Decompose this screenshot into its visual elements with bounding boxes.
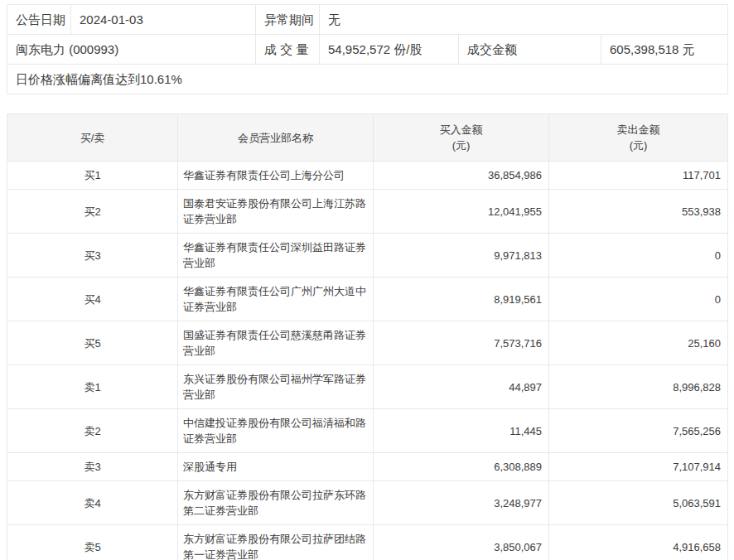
buy-amount-cell: 12,041,955 [374, 190, 549, 234]
side-cell: 卖3 [7, 453, 178, 481]
sell-amount-cell: 25,160 [549, 321, 728, 365]
header-buy-amount: 买入金额 (元) [374, 114, 549, 162]
summary-row-3: 日价格涨幅偏离值达到10.61% [7, 65, 728, 94]
broker-name-cell: 华鑫证券有限责任公司上海分公司 [178, 162, 374, 190]
broker-name-cell: 华鑫证券有限责任公司广州广州大道中证券营业部 [178, 278, 374, 321]
table-row: 买1 华鑫证券有限责任公司上海分公司 36,854,986 117,701 [7, 162, 728, 190]
table-row: 买5 国盛证券有限责任公司慈溪慈甬路证券营业部 7,573,716 25,160 [7, 321, 728, 365]
buy-amount-cell: 3,850,067 [374, 525, 549, 560]
buy-amount-cell: 8,919,561 [374, 278, 549, 321]
broker-name-cell: 深股通专用 [178, 453, 374, 481]
side-cell: 买2 [7, 190, 178, 234]
side-cell: 卖5 [7, 525, 178, 560]
header-side: 买/卖 [7, 114, 178, 162]
summary-row-1: 公告日期 2024-01-03 异常期间 无 [7, 5, 728, 35]
buy-amount-cell: 7,573,716 [374, 321, 549, 365]
summary-table: 公告日期 2024-01-03 异常期间 无 闽东电力 (000993) 成 交… [7, 4, 728, 94]
broker-name-cell: 东兴证券股份有限公司福州学军路证券营业部 [178, 365, 374, 409]
sell-amount-cell: 0 [549, 234, 728, 278]
deviation-note: 日价格涨幅偏离值达到10.61% [7, 65, 728, 94]
announce-date-value: 2024-01-03 [71, 5, 256, 35]
buy-amount-cell: 9,971,813 [374, 234, 549, 278]
sell-amount-cell: 7,107,914 [549, 453, 728, 481]
abnormal-period-label: 异常期间 [256, 5, 320, 35]
volume-value: 54,952,572 份/股 [320, 35, 459, 65]
abnormal-period-value: 无 [320, 5, 728, 35]
table-row: 卖4 东方财富证券股份有限公司拉萨东环路第二证券营业部 3,248,977 5,… [7, 481, 728, 525]
side-cell: 买4 [7, 278, 178, 321]
volume-label: 成 交 量 [256, 35, 320, 65]
header-sell-amount: 卖出金额 (元) [549, 114, 728, 162]
table-row: 买3 华鑫证券有限责任公司深圳益田路证券营业部 9,971,813 0 [7, 234, 728, 278]
table-row: 买4 华鑫证券有限责任公司广州广州大道中证券营业部 8,919,561 0 [7, 278, 728, 321]
sell-amount-cell: 5,063,591 [549, 481, 728, 525]
sell-amount-cell: 117,701 [549, 162, 728, 190]
broker-name-cell: 华鑫证券有限责任公司深圳益田路证券营业部 [178, 234, 374, 278]
side-cell: 买1 [7, 162, 178, 190]
side-cell: 卖1 [7, 365, 178, 409]
summary-row-2: 闽东电力 (000993) 成 交 量 54,952,572 份/股 成交金额 … [7, 35, 728, 65]
side-cell: 卖2 [7, 409, 178, 453]
broker-name-cell: 国盛证券有限责任公司慈溪慈甬路证券营业部 [178, 321, 374, 365]
table-row: 买2 国泰君安证券股份有限公司上海江苏路证券营业部 12,041,955 553… [7, 190, 728, 234]
sell-amount-cell: 0 [549, 278, 728, 321]
turnover-label: 成交金额 [459, 35, 601, 65]
header-buy-amount-unit: (元) [379, 138, 543, 153]
header-sell-amount-label: 卖出金额 [617, 123, 660, 136]
buy-amount-cell: 36,854,986 [374, 162, 549, 190]
header-buy-amount-label: 买入金额 [440, 123, 483, 136]
broker-name-cell: 东方财富证券股份有限公司拉萨东环路第二证券营业部 [178, 481, 374, 525]
stock-name: 闽东电力 (000993) [7, 35, 256, 65]
buy-amount-cell: 44,897 [374, 365, 549, 409]
buy-amount-cell: 3,248,977 [374, 481, 549, 525]
broker-name-cell: 中信建投证券股份有限公司福清福和路证券营业部 [178, 409, 374, 453]
table-row: 卖2 中信建投证券股份有限公司福清福和路证券营业部 11,445 7,565,2… [7, 409, 728, 453]
page: 公告日期 2024-01-03 异常期间 无 闽东电力 (000993) 成 交… [0, 0, 734, 560]
table-row: 卖1 东兴证券股份有限公司福州学军路证券营业部 44,897 8,996,828 [7, 365, 728, 409]
table-row: 卖5 东方财富证券股份有限公司拉萨团结路第一证券营业部 3,850,067 4,… [7, 525, 728, 560]
sell-amount-cell: 4,916,658 [549, 525, 728, 560]
buy-amount-cell: 11,445 [374, 409, 549, 453]
sell-amount-cell: 553,938 [549, 190, 728, 234]
buy-amount-cell: 6,308,889 [374, 453, 549, 481]
announce-date-label: 公告日期 [7, 5, 71, 35]
table-row: 卖3 深股通专用 6,308,889 7,107,914 [7, 453, 728, 481]
turnover-value: 605,398,518 元 [601, 35, 728, 65]
header-sell-amount-unit: (元) [554, 138, 722, 153]
broker-trading-table: 买/卖 会员营业部名称 买入金额 (元) 卖出金额 (元) 买1 华鑫证券有限责… [7, 113, 728, 560]
side-cell: 买5 [7, 321, 178, 365]
broker-name-cell: 国泰君安证券股份有限公司上海江苏路证券营业部 [178, 190, 374, 234]
side-cell: 卖4 [7, 481, 178, 525]
sell-amount-cell: 8,996,828 [549, 365, 728, 409]
sell-amount-cell: 7,565,256 [549, 409, 728, 453]
table-header-row: 买/卖 会员营业部名称 买入金额 (元) 卖出金额 (元) [7, 114, 728, 162]
header-broker-name: 会员营业部名称 [178, 114, 374, 162]
broker-name-cell: 东方财富证券股份有限公司拉萨团结路第一证券营业部 [178, 525, 374, 560]
side-cell: 买3 [7, 234, 178, 278]
